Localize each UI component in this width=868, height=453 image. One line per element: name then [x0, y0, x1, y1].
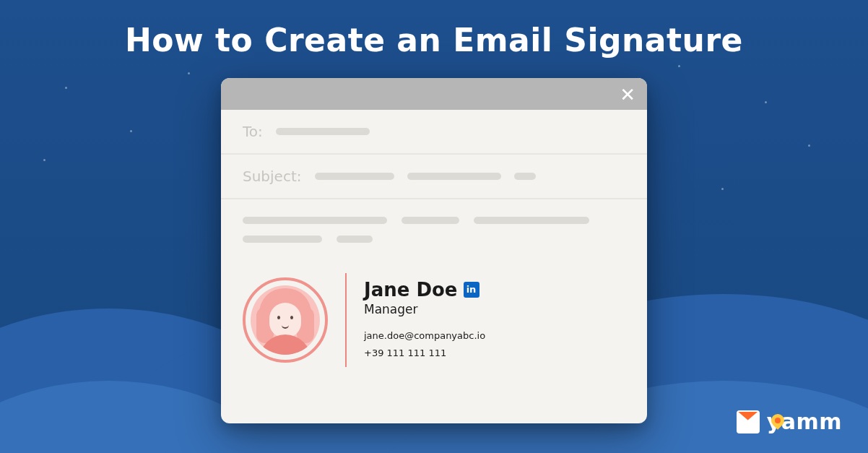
star [130, 130, 132, 132]
envelope-icon [737, 410, 760, 433]
compose-window: ✕ To: Subject: [221, 78, 647, 423]
placeholder-bar [243, 217, 387, 224]
email-signature: Jane Doe in Manager jane.doe@companyabc.… [221, 266, 647, 381]
window-titlebar: ✕ [221, 78, 647, 110]
compose-body [221, 199, 647, 266]
star [65, 87, 67, 89]
star [43, 159, 45, 161]
subject-label: Subject: [243, 168, 302, 185]
signature-role: Manager [364, 302, 485, 316]
signature-phone: +39 111 111 111 [364, 345, 485, 361]
signature-info: Jane Doe in Manager jane.doe@companyabc.… [364, 279, 485, 361]
signature-name: Jane Doe [364, 279, 458, 301]
star [721, 188, 724, 190]
to-row: To: [221, 110, 647, 155]
placeholder-bar [402, 217, 459, 224]
avatar-ring [243, 277, 328, 363]
divider [345, 273, 347, 367]
pin-icon [771, 414, 784, 431]
star [808, 144, 810, 147]
placeholder-bar [474, 217, 589, 224]
linkedin-icon[interactable]: in [464, 282, 479, 298]
avatar [251, 285, 320, 355]
page-title: How to Create an Email Signature [0, 22, 868, 59]
placeholder-bar [315, 173, 394, 180]
star [678, 65, 680, 67]
star [188, 72, 190, 74]
placeholder-bar [514, 173, 536, 180]
signature-email: jane.doe@companyabc.io [364, 328, 485, 344]
close-icon[interactable]: ✕ [620, 84, 635, 105]
brand-logo: yamm [737, 409, 842, 434]
placeholder-bar [337, 236, 373, 243]
subject-row: Subject: [221, 155, 647, 199]
to-label: To: [243, 123, 263, 140]
star [765, 101, 767, 103]
placeholder-bar [243, 236, 322, 243]
placeholder-bar [407, 173, 501, 180]
placeholder-bar [276, 128, 370, 135]
